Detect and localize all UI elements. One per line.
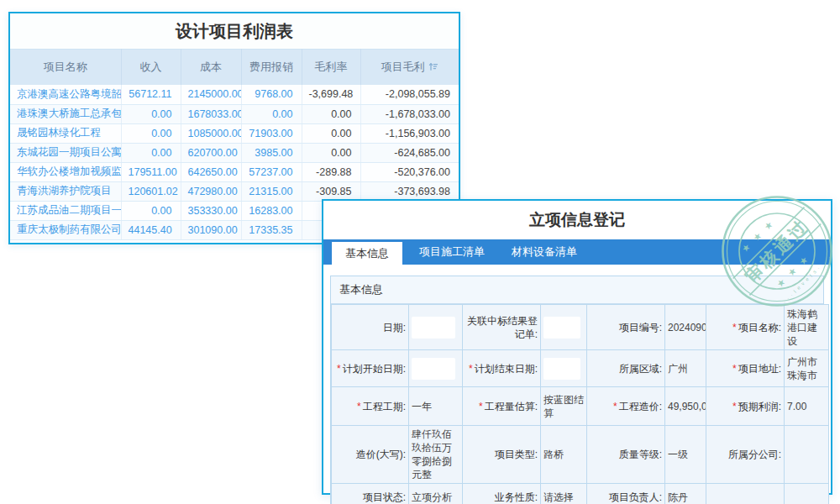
field-value-cell[interactable]: 路桥 xyxy=(541,426,587,484)
field-label: *工程工期: xyxy=(332,387,409,426)
margin-cell: -3,699.48 xyxy=(302,85,360,104)
table-row: 华软办公楼增加视频监控项179511.00642650.0057237.00-2… xyxy=(10,162,459,181)
field-value-cell[interactable]: 陈丹 xyxy=(665,484,706,504)
column-header-margin[interactable]: 毛利率 xyxy=(302,50,360,86)
project-name-link[interactable]: 东城花园一期项目公寓大堂 xyxy=(10,143,121,162)
table-row: 青海洪湖养护院项目120601.02472980.0021315.00-309.… xyxy=(10,181,459,201)
table-row: 晟铭园林绿化工程0.001085000.0071903.000.00-1,156… xyxy=(10,123,459,143)
required-star: * xyxy=(469,363,473,375)
expense-cell: 71903.00 xyxy=(241,123,302,143)
field-value-cell xyxy=(785,484,829,504)
field-label: *工程造价: xyxy=(587,387,665,426)
cost-cell: 1678033.00 xyxy=(181,104,241,123)
income-cell: 0.00 xyxy=(121,123,181,143)
tab-construction-list[interactable]: 项目施工清单 xyxy=(406,239,498,265)
field-input-cell[interactable] xyxy=(541,305,587,350)
margin-cell: -289.88 xyxy=(302,162,360,181)
field-label: 项目负责人: xyxy=(587,484,665,504)
field-value-cell[interactable]: 肆仟玖佰玖拾伍万零捌拾捌元整 xyxy=(409,426,463,484)
cost-cell: 1085000.00 xyxy=(181,123,241,143)
field-input-cell[interactable] xyxy=(409,350,463,387)
field-value-cell[interactable]: 一年 xyxy=(409,387,463,426)
expense-cell: 0.00 xyxy=(241,104,302,123)
field-value-cell[interactable]: 按蓝图结算 xyxy=(541,387,587,426)
field-input-cell[interactable] xyxy=(541,350,587,387)
income-cell: 44145.40 xyxy=(121,220,181,239)
expense-cell: 9768.00 xyxy=(241,85,302,104)
table-row: 东城花园一期项目公寓大堂0.00620700.003985.000.00-624… xyxy=(10,143,459,162)
income-cell: 0.00 xyxy=(121,143,181,162)
income-cell: 120601.02 xyxy=(121,181,181,201)
field-input-cell[interactable] xyxy=(409,305,463,350)
field-label: *计划结束日期: xyxy=(463,350,541,387)
project-name-link[interactable]: 江苏成品油二期项目一标段 xyxy=(10,201,121,220)
income-cell: 179511.00 xyxy=(121,162,181,181)
margin-cell: 0.00 xyxy=(302,123,360,143)
column-header-expense[interactable]: 费用报销 xyxy=(241,50,302,86)
profit-cell: -520,376.00 xyxy=(360,162,459,181)
form-row: 日期:关联中标结果登记单:项目编号:2024090007*项目名称:珠海鹤港口建… xyxy=(332,305,829,350)
empty-input-field[interactable] xyxy=(543,317,580,339)
field-label: 项目类型: xyxy=(463,426,541,484)
profit-cell: -1,156,903.00 xyxy=(360,123,459,143)
basic-info-section: 基本信息 日期:关联中标结果登记单:项目编号:2024090007*项目名称:珠… xyxy=(330,276,824,504)
registration-form-table: 日期:关联中标结果登记单:项目编号:2024090007*项目名称:珠海鹤港口建… xyxy=(331,304,829,504)
sort-icon[interactable] xyxy=(428,61,438,74)
project-name-link[interactable]: 重庆太极制药有限公司亳州 xyxy=(10,220,121,239)
income-cell: 56712.11 xyxy=(121,85,181,104)
project-name-link[interactable]: 晟铭园林绿化工程 xyxy=(10,123,121,143)
field-value-cell[interactable]: 一级 xyxy=(665,426,706,484)
cost-cell: 2145000.00 xyxy=(181,85,241,104)
table-row: 京港澳高速公路粤境韶关至56712.112145000.009768.00-3,… xyxy=(10,85,459,104)
field-label xyxy=(706,484,785,504)
field-label: *项目名称: xyxy=(706,305,785,350)
column-header-profit[interactable]: 项目毛利 xyxy=(360,50,459,86)
project-name-link[interactable]: 青海洪湖养护院项目 xyxy=(10,181,121,201)
expense-cell: 16283.00 xyxy=(241,201,302,220)
required-star: * xyxy=(732,322,737,333)
field-label: 关联中标结果登记单: xyxy=(463,305,541,350)
project-name-link[interactable]: 华软办公楼增加视频监控项 xyxy=(10,162,121,181)
field-value-cell xyxy=(785,426,829,484)
margin-cell: 0.00 xyxy=(302,104,360,123)
field-label: 造价(大写): xyxy=(332,426,409,484)
required-star: * xyxy=(732,363,737,375)
column-header-cost[interactable]: 成本 xyxy=(181,50,241,86)
profit-cell: -373,693.98 xyxy=(360,181,459,201)
field-value-cell[interactable]: 2024090007 xyxy=(665,305,706,350)
field-label: *预期利润: xyxy=(706,387,785,426)
expense-cell: 3985.00 xyxy=(241,143,302,162)
field-label: *计划开始日期: xyxy=(332,350,409,387)
form-row: *工程工期:一年*工程量估算:按蓝图结算*工程造价:49,950,088.00*… xyxy=(332,387,829,426)
field-value-cell[interactable]: 立项分析 xyxy=(409,484,463,504)
required-star: * xyxy=(357,401,361,412)
cost-cell: 642650.00 xyxy=(181,162,241,181)
stamp-text: 审核通过 xyxy=(742,216,812,286)
profit-cell: -1,678,033.00 xyxy=(360,104,459,123)
field-value-cell[interactable]: 7.00 xyxy=(785,387,829,426)
table-row: 港珠澳大桥施工总承包项目0.001678033.000.000.00-1,678… xyxy=(10,104,459,123)
income-cell: 0.00 xyxy=(121,201,181,220)
field-value-cell[interactable]: 广州 xyxy=(665,350,706,387)
project-name-link[interactable]: 港珠澳大桥施工总承包项目 xyxy=(10,104,121,123)
empty-input-field[interactable] xyxy=(412,358,455,380)
field-label: 日期: xyxy=(332,305,409,350)
field-label: 项目状态: xyxy=(332,484,409,504)
tab-basic-info[interactable]: 基本信息 xyxy=(332,242,402,265)
column-header-income[interactable]: 收入 xyxy=(121,50,181,86)
expense-cell: 21315.00 xyxy=(241,181,302,201)
project-name-link[interactable]: 京港澳高速公路粤境韶关至 xyxy=(10,85,121,104)
field-value-cell[interactable]: 珠海鹤港口建设 xyxy=(785,305,829,350)
empty-input-field[interactable] xyxy=(543,358,580,380)
tab-material-equipment-list[interactable]: 材料设备清单 xyxy=(498,239,591,265)
field-label: *项目地址: xyxy=(706,350,785,387)
required-star: * xyxy=(479,401,483,412)
income-cell: 0.00 xyxy=(121,104,181,123)
cost-cell: 353330.00 xyxy=(181,201,241,220)
profit-table-title: 设计项目利润表 xyxy=(10,13,459,49)
field-value-cell[interactable]: 49,950,088.00 xyxy=(665,387,706,426)
field-value-cell[interactable]: 广州市珠海市 xyxy=(785,350,829,387)
empty-input-field[interactable] xyxy=(412,317,455,339)
column-header-project-name[interactable]: 项目名称 xyxy=(10,50,121,86)
field-value-cell[interactable]: 请选择 xyxy=(541,484,587,504)
